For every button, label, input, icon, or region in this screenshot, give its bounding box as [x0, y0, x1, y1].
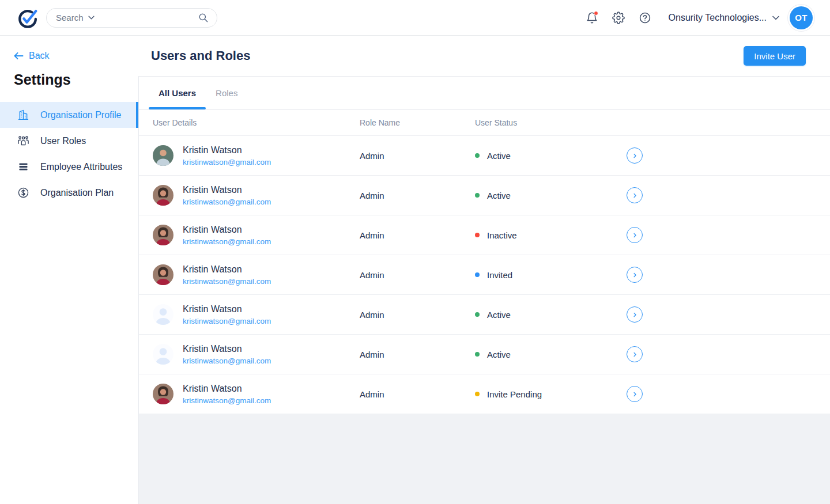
settings-nav: Organisation Profile User Roles	[0, 102, 138, 206]
users-card: All Users Roles User Details Role Name U…	[138, 76, 830, 504]
bell-icon[interactable]	[586, 12, 598, 24]
org-name: Onsurity Technologies...	[669, 13, 767, 23]
role-name: Admin	[360, 270, 475, 280]
gear-icon[interactable]	[612, 12, 625, 24]
status-badge: Invited	[475, 270, 602, 280]
row-detail-button[interactable]	[627, 187, 643, 203]
row-detail-button[interactable]	[627, 227, 643, 243]
help-circle-icon[interactable]	[639, 12, 651, 24]
sidebar-title: Settings	[0, 71, 138, 88]
page-header: Users and Roles Invite User	[138, 36, 830, 76]
status-dot	[475, 272, 480, 277]
status-badge: Active	[475, 310, 602, 320]
user-email-link[interactable]: kristinwatson@gmail.com	[183, 277, 271, 286]
chevron-right-icon	[631, 232, 639, 239]
user-email-link[interactable]: kristinwatson@gmail.com	[183, 357, 271, 365]
status-badge: Inactive	[475, 230, 602, 240]
status-label: Invited	[487, 270, 512, 280]
sidebar-item-user-roles[interactable]: User Roles	[0, 128, 138, 154]
user-email-link[interactable]: kristinwatson@gmail.com	[183, 396, 271, 405]
user-name: Kristin Watson	[183, 264, 271, 275]
role-name: Admin	[360, 310, 475, 320]
people-group-icon	[17, 135, 29, 147]
role-name: Admin	[360, 151, 475, 161]
column-header-user-status: User Status	[475, 118, 602, 127]
notification-badge	[594, 11, 598, 16]
avatar	[153, 145, 173, 166]
role-name: Admin	[360, 389, 475, 399]
tab-all-users[interactable]: All Users	[149, 77, 206, 109]
chevron-down-icon	[772, 16, 779, 20]
avatar	[153, 225, 173, 245]
row-detail-button[interactable]	[627, 386, 643, 402]
chevron-down-icon	[88, 16, 95, 20]
search-icon	[198, 12, 209, 23]
user-avatar[interactable]: OT	[790, 6, 813, 29]
avatar-initials: OT	[795, 13, 807, 22]
row-detail-button[interactable]	[627, 147, 643, 164]
settings-sidebar: Back Settings Organisation Profile	[0, 36, 138, 504]
topbar: Search Onsurity Technologies..	[0, 0, 830, 36]
user-email-link[interactable]: kristinwatson@gmail.com	[183, 158, 271, 166]
row-detail-button[interactable]	[627, 306, 643, 323]
sidebar-item-label: User Roles	[40, 136, 86, 146]
user-name: Kristin Watson	[183, 384, 271, 394]
user-name: Kristin Watson	[183, 344, 271, 354]
avatar	[153, 304, 173, 325]
chevron-right-icon	[631, 152, 639, 160]
status-dot	[475, 233, 480, 237]
row-detail-button[interactable]	[627, 346, 643, 362]
status-dot	[475, 312, 480, 317]
status-dot	[475, 193, 480, 198]
tabbar: All Users Roles	[139, 77, 830, 110]
user-email-link[interactable]: kristinwatson@gmail.com	[183, 198, 271, 206]
building-icon	[17, 109, 29, 121]
table-row[interactable]: Kristin Watson kristinwatson@gmail.com A…	[139, 175, 830, 215]
role-name: Admin	[360, 191, 475, 200]
role-name: Admin	[360, 350, 475, 359]
invite-user-button[interactable]: Invite User	[744, 46, 806, 66]
sidebar-item-organisation-plan[interactable]: Organisation Plan	[0, 180, 138, 206]
column-header-user-details: User Details	[153, 118, 360, 127]
sidebar-item-label: Organisation Plan	[40, 188, 114, 198]
table-row[interactable]: Kristin Watson kristinwatson@gmail.com A…	[139, 135, 830, 175]
org-switcher[interactable]: Onsurity Technologies...	[669, 13, 779, 23]
page-title: Users and Roles	[151, 48, 250, 63]
tab-roles[interactable]: Roles	[206, 77, 247, 109]
sidebar-item-organisation-profile[interactable]: Organisation Profile	[0, 102, 138, 128]
chevron-right-icon	[631, 391, 639, 398]
table-row[interactable]: Kristin Watson kristinwatson@gmail.com A…	[139, 294, 830, 334]
table-row[interactable]: Kristin Watson kristinwatson@gmail.com A…	[139, 334, 830, 374]
chevron-right-icon	[631, 351, 639, 358]
table-header: User Details Role Name User Status	[139, 110, 830, 135]
arrow-left-icon	[14, 52, 24, 60]
user-name: Kristin Watson	[183, 304, 271, 314]
avatar	[153, 264, 173, 285]
chevron-right-icon	[631, 192, 639, 199]
status-dot	[475, 153, 480, 158]
user-email-link[interactable]: kristinwatson@gmail.com	[183, 237, 271, 246]
avatar	[153, 384, 173, 404]
table-row[interactable]: Kristin Watson kristinwatson@gmail.com A…	[139, 215, 830, 255]
status-badge: Invite Pending	[475, 389, 602, 399]
chevron-right-icon	[631, 271, 639, 279]
status-label: Invite Pending	[487, 389, 542, 399]
sidebar-item-label: Employee Attributes	[40, 162, 122, 172]
status-label: Active	[487, 151, 511, 161]
status-dot	[475, 392, 480, 396]
status-label: Active	[487, 310, 511, 320]
status-dot	[475, 352, 480, 357]
avatar	[153, 185, 173, 206]
table-row[interactable]: Kristin Watson kristinwatson@gmail.com A…	[139, 255, 830, 294]
user-email-link[interactable]: kristinwatson@gmail.com	[183, 317, 271, 325]
row-detail-button[interactable]	[627, 267, 643, 283]
sidebar-item-employee-attributes[interactable]: Employee Attributes	[0, 154, 138, 180]
table-row[interactable]: Kristin Watson kristinwatson@gmail.com A…	[139, 374, 830, 414]
back-link[interactable]: Back	[0, 51, 138, 61]
role-name: Admin	[360, 230, 475, 240]
search-input[interactable]: Search	[46, 8, 217, 28]
status-label: Active	[487, 191, 511, 200]
topbar-right-cluster: Onsurity Technologies... OT	[572, 6, 813, 29]
avatar	[153, 344, 173, 365]
main-content: Users and Roles Invite User All Users Ro…	[138, 36, 830, 504]
